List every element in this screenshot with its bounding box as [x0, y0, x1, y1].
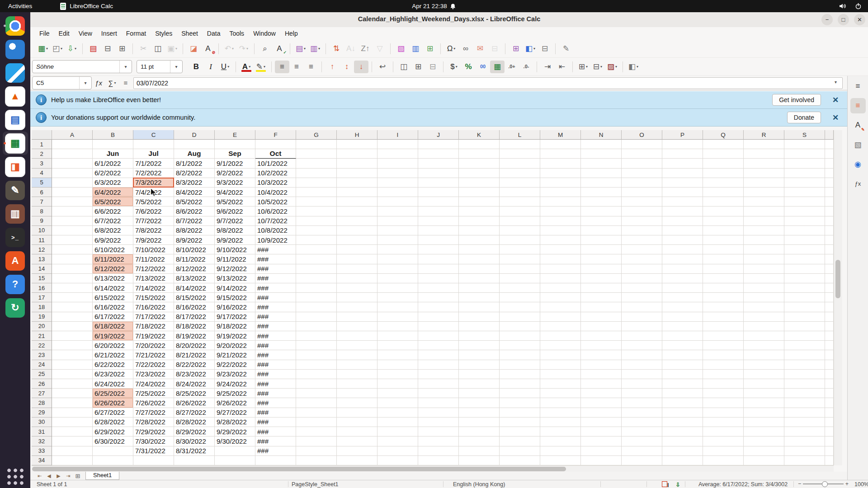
cell-F33[interactable]: ### [255, 446, 296, 456]
cell-G33[interactable] [296, 446, 337, 456]
cell-F20[interactable]: ### [255, 322, 296, 331]
cell-F31[interactable]: ### [255, 427, 296, 436]
cell-F29[interactable]: ### [255, 408, 296, 418]
font-color-icon[interactable]: A▾ [239, 61, 254, 73]
conditional-formatting-icon[interactable]: ◧▾ [626, 61, 641, 73]
cell-H6[interactable] [337, 188, 377, 197]
cell-L15[interactable] [500, 274, 540, 283]
ubuntu-software-icon[interactable]: A [3, 249, 28, 272]
cell-L17[interactable] [500, 293, 540, 302]
cell-B20[interactable]: 6/18/2022 [93, 322, 133, 331]
cell-Q27[interactable] [703, 389, 744, 398]
cell-P9[interactable] [662, 216, 703, 226]
cell-K24[interactable] [459, 360, 500, 370]
cell-R33[interactable] [744, 446, 784, 456]
open-icon[interactable]: ◰▾ [50, 42, 65, 55]
cell-F28[interactable]: ### [255, 398, 296, 408]
close-button[interactable]: ✕ [854, 14, 865, 25]
delete-decimal-icon[interactable]: .0- [519, 61, 533, 73]
cell-O20[interactable] [622, 322, 662, 331]
cell-S24[interactable] [784, 360, 825, 370]
cell-H33[interactable] [337, 446, 377, 456]
cell-D25[interactable]: 8/23/2022 [174, 370, 215, 379]
cell-I25[interactable] [377, 370, 418, 379]
cell-A14[interactable] [52, 264, 93, 274]
cell-O2[interactable] [622, 149, 662, 159]
cell-B16[interactable]: 6/14/2022 [93, 283, 133, 293]
cell-F22[interactable]: ### [255, 341, 296, 350]
cell-L4[interactable] [500, 169, 540, 178]
cell-L5[interactable] [500, 178, 540, 188]
cell-H17[interactable] [337, 293, 377, 302]
cell-F23[interactable]: ### [255, 350, 296, 360]
cell-N9[interactable] [581, 216, 622, 226]
cell-M15[interactable] [540, 274, 581, 283]
cell-D27[interactable]: 8/25/2022 [174, 389, 215, 398]
chrome-icon[interactable] [3, 14, 28, 38]
cell-L9[interactable] [500, 216, 540, 226]
cell-N21[interactable] [581, 331, 622, 341]
column-header-P[interactable]: P [662, 130, 703, 140]
find-replace-icon[interactable]: ⌕ [258, 42, 272, 55]
column-header-B[interactable]: B [93, 130, 133, 140]
cell-D34[interactable] [174, 456, 215, 465]
cell-S18[interactable] [784, 302, 825, 312]
copy-icon[interactable]: ◫ [151, 42, 165, 55]
freeze-panes-icon[interactable]: ◧▾ [523, 42, 538, 55]
cell-P10[interactable] [662, 226, 703, 235]
cell-D22[interactable]: 8/20/2022 [174, 341, 215, 350]
cell-B4[interactable]: 6/2/2022 [93, 169, 133, 178]
volume-icon[interactable] [840, 3, 847, 9]
cell-C19[interactable]: 7/17/2022 [133, 312, 174, 322]
cell-D26[interactable]: 8/24/2022 [174, 379, 215, 389]
formula-input[interactable] [133, 77, 843, 89]
cell-K32[interactable] [459, 436, 500, 446]
cell-N20[interactable] [581, 322, 622, 331]
cell-D30[interactable]: 8/28/2022 [174, 418, 215, 427]
cell-M18[interactable] [540, 302, 581, 312]
cell-L14[interactable] [500, 264, 540, 274]
row-header-7[interactable]: 7 [32, 197, 52, 206]
row-header-8[interactable]: 8 [32, 206, 52, 216]
cell-H28[interactable] [337, 398, 377, 408]
row-header-14[interactable]: 14 [32, 264, 52, 274]
special-character-icon[interactable]: Ω▾ [444, 42, 458, 55]
cell-M31[interactable] [540, 427, 581, 436]
cell-G15[interactable] [296, 274, 337, 283]
cell-M19[interactable] [540, 312, 581, 322]
vertical-scrollbar[interactable] [834, 130, 842, 465]
cell-F1[interactable] [255, 140, 296, 149]
cell-C25[interactable]: 7/23/2022 [133, 370, 174, 379]
function-wizard-icon[interactable]: ƒx [92, 77, 105, 89]
cell-C1[interactable] [133, 140, 174, 149]
cell-I6[interactable] [377, 188, 418, 197]
cell-N24[interactable] [581, 360, 622, 370]
cell-J18[interactable] [418, 302, 459, 312]
bold-icon[interactable]: B [189, 61, 203, 73]
cell-H25[interactable] [337, 370, 377, 379]
cell-O33[interactable] [622, 446, 662, 456]
cell-K11[interactable] [459, 235, 500, 245]
cell-E21[interactable]: 9/19/2022 [215, 331, 255, 341]
number-format-icon[interactable]: 00 [476, 61, 490, 73]
cell-I12[interactable] [377, 245, 418, 254]
cell-H3[interactable] [337, 159, 377, 168]
cell-R3[interactable] [744, 159, 784, 168]
row-header-13[interactable]: 13 [32, 254, 52, 264]
cell-C21[interactable]: 7/19/2022 [133, 331, 174, 341]
get-involved-button[interactable]: Get involved [772, 94, 821, 106]
cell-B6[interactable]: 6/4/2022 [93, 188, 133, 197]
cell-R29[interactable] [744, 408, 784, 418]
decrease-indent-icon[interactable]: ⇤ [555, 61, 569, 73]
cell-H8[interactable] [337, 206, 377, 216]
merge-and-center-icon[interactable]: ◫ [396, 61, 411, 73]
cell-Q9[interactable] [703, 216, 744, 226]
cell-A33[interactable] [52, 446, 93, 456]
cell-A2[interactable] [52, 149, 93, 159]
cell-O32[interactable] [622, 436, 662, 446]
column-header-H[interactable]: H [337, 130, 377, 140]
cell-C14[interactable]: 7/12/2022 [133, 264, 174, 274]
cell-K29[interactable] [459, 408, 500, 418]
cell-P24[interactable] [662, 360, 703, 370]
sort-icon[interactable]: ⇅ [329, 42, 344, 55]
